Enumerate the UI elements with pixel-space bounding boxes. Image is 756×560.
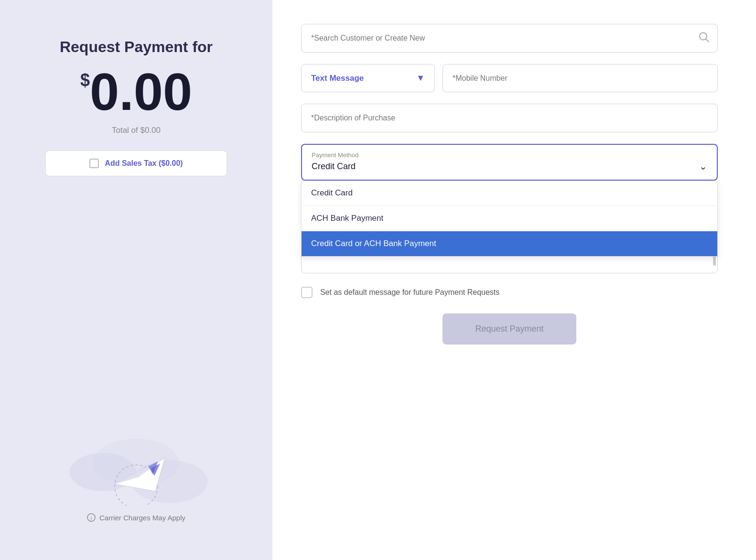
payment-method-dropdown: Credit Card ACH Bank Payment Credit Card… — [301, 181, 718, 257]
dropdown-arrow-icon: ⌄ — [699, 161, 707, 172]
default-message-checkbox[interactable] — [301, 287, 313, 298]
delivery-method-button[interactable]: Text Message ▼ — [301, 64, 435, 92]
default-message-row: Set as default message for future Paymen… — [301, 287, 718, 298]
carrier-notice: i Carrier Charges May Apply — [87, 513, 185, 522]
dropdown-option-ach[interactable]: ACH Bank Payment — [302, 206, 717, 231]
payment-method-value: Credit Card — [312, 162, 356, 172]
clouds-illustration — [65, 410, 208, 506]
delivery-method-label: Text Message — [311, 74, 364, 83]
search-customer-input[interactable] — [301, 24, 718, 53]
description-input[interactable] — [301, 104, 718, 132]
description-row — [301, 104, 718, 132]
svg-line-11 — [706, 39, 709, 42]
payment-method-select[interactable]: Payment Method Credit Card ⌄ — [301, 144, 718, 181]
dropdown-option-credit-card[interactable]: Credit Card — [302, 181, 717, 206]
chevron-down-icon: ▼ — [416, 73, 425, 83]
payment-method-container: Payment Method Credit Card ⌄ Credit Card… — [301, 144, 718, 181]
amount-value: 0.00 — [90, 65, 192, 118]
info-icon: i — [87, 513, 96, 522]
sales-tax-checkbox[interactable] — [89, 159, 99, 168]
payment-method-label: Payment Method — [312, 151, 707, 159]
dollar-sign: $ — [80, 70, 90, 90]
delivery-method-wrapper: Text Message ▼ — [301, 64, 435, 92]
page-title: Request Payment for — [60, 38, 213, 56]
illustration-area: i Carrier Charges May Apply — [65, 410, 208, 541]
svg-text:i: i — [91, 515, 92, 521]
search-icon — [699, 32, 709, 45]
request-payment-button[interactable]: Request Payment — [443, 313, 576, 345]
sales-tax-label: Add Sales Tax ($0.00) — [105, 159, 183, 168]
carrier-notice-text: Carrier Charges May Apply — [99, 514, 185, 522]
mobile-number-input[interactable] — [443, 64, 718, 92]
button-row: Request Payment — [301, 310, 718, 345]
left-panel: Request Payment for $ 0.00 Total of $0.0… — [0, 0, 272, 560]
right-panel: Text Message ▼ Payment Method Credit Car… — [272, 0, 756, 560]
delivery-row: Text Message ▼ — [301, 64, 718, 92]
add-sales-tax-button[interactable]: Add Sales Tax ($0.00) — [45, 151, 227, 176]
total-label: Total of $0.00 — [112, 126, 161, 135]
dropdown-option-credit-or-ach[interactable]: Credit Card or ACH Bank Payment — [302, 231, 717, 256]
search-row — [301, 24, 718, 53]
amount-container: $ 0.00 — [80, 65, 192, 118]
default-message-label: Set as default message for future Paymen… — [320, 288, 499, 297]
